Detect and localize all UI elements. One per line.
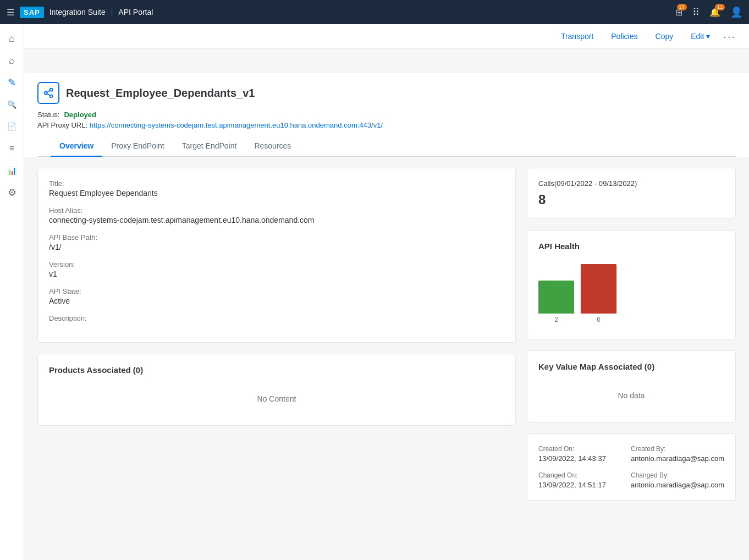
kvm-no-data: No data bbox=[538, 380, 724, 411]
grid-apps-button[interactable]: ⠿ bbox=[692, 6, 700, 18]
calls-date-range: Calls(09/01/2022 - 09/13/2022) bbox=[538, 179, 724, 188]
proxy-url-label: API Proxy URL: bbox=[37, 121, 87, 129]
action-bar: Transport Policies Copy Edit ▾ ··· bbox=[0, 24, 749, 49]
apps-button[interactable]: ⊞ 27 bbox=[675, 7, 682, 18]
status-label: Status: bbox=[37, 111, 59, 119]
proxy-url-link[interactable]: https://connecting-systems-codejam.test.… bbox=[90, 121, 383, 129]
calls-card: Calls(09/01/2022 - 09/13/2022) 8 bbox=[527, 168, 736, 219]
host-alias-label: Host Alias: bbox=[49, 206, 504, 215]
page-tabs: Overview Proxy EndPoint Target EndPoint … bbox=[37, 136, 736, 157]
policies-button[interactable]: Policies bbox=[607, 30, 642, 43]
svg-point-0 bbox=[50, 89, 53, 91]
user-profile-button[interactable]: 👤 bbox=[730, 6, 742, 18]
changed-on-label: Changed On: bbox=[538, 471, 622, 479]
metadata-card: Created On: 13/09/2022, 14:43:37 Created… bbox=[527, 433, 736, 501]
svg-point-2 bbox=[50, 95, 53, 97]
sidebar-item-settings[interactable]: ⚙ bbox=[2, 183, 22, 202]
hamburger-menu-button[interactable]: ☰ bbox=[7, 7, 14, 18]
kvm-card-title: Key Value Map Associated (0) bbox=[538, 362, 724, 371]
svg-line-3 bbox=[47, 94, 50, 95]
products-card-title: Products Associated (0) bbox=[49, 365, 504, 375]
kvm-card: Key Value Map Associated (0) No data bbox=[527, 350, 736, 422]
sidebar-item-search[interactable]: ⌕ bbox=[2, 51, 22, 70]
products-no-content: No Content bbox=[49, 383, 504, 414]
description-label: Description: bbox=[49, 314, 504, 322]
products-card: Products Associated (0) No Content bbox=[37, 354, 516, 426]
api-name-title: Request_Employee_Dependants_v1 bbox=[66, 87, 255, 100]
notifications-badge: 11 bbox=[715, 4, 725, 10]
tab-resources[interactable]: Resources bbox=[245, 136, 300, 157]
base-path-value: /v1/ bbox=[49, 243, 504, 251]
portal-title: API Portal bbox=[118, 8, 153, 17]
api-health-title: API Health bbox=[538, 241, 724, 251]
sap-logo: SAP bbox=[20, 7, 44, 18]
content-area: Title: Request Employee Dependants Host … bbox=[24, 157, 749, 560]
api-state-label: API State: bbox=[49, 287, 504, 295]
sidebar-item-chart[interactable]: 📊 bbox=[2, 161, 22, 180]
svg-line-4 bbox=[47, 90, 50, 92]
sidebar-item-home[interactable]: ⌂ bbox=[2, 29, 22, 48]
apps-badge: 27 bbox=[677, 4, 687, 10]
sidebar-item-magnify[interactable]: 🔍 bbox=[2, 95, 22, 114]
created-by-value: antonio.maradiaga@sap.com bbox=[631, 454, 724, 463]
overview-card: Title: Request Employee Dependants Host … bbox=[37, 168, 516, 343]
created-by-label: Created By: bbox=[631, 445, 724, 453]
top-navigation: ☰ SAP Integration Suite | API Portal ⊞ 2… bbox=[0, 0, 749, 24]
copy-button[interactable]: Copy bbox=[651, 30, 678, 43]
edit-button[interactable]: Edit ▾ bbox=[686, 30, 714, 43]
proxy-url-row: API Proxy URL: https://connecting-system… bbox=[37, 121, 736, 129]
svg-point-1 bbox=[45, 92, 47, 95]
edit-chevron-icon: ▾ bbox=[706, 32, 710, 41]
left-sidebar: ⌂ ⌕ ✎ 🔍 📄 ≡ 📊 ⚙ bbox=[0, 24, 24, 560]
created-on-label: Created On: bbox=[538, 445, 622, 453]
calls-count: 8 bbox=[538, 192, 724, 207]
version-label: Version: bbox=[49, 260, 504, 268]
base-path-label: API Base Path: bbox=[49, 233, 504, 241]
version-value: v1 bbox=[49, 270, 504, 278]
api-share-icon bbox=[37, 82, 59, 104]
title-label: Title: bbox=[49, 179, 504, 188]
tab-overview[interactable]: Overview bbox=[51, 136, 102, 157]
created-on-value: 13/09/2022, 14:43:37 bbox=[538, 454, 622, 463]
page-header: Request_Employee_Dependants_v1 Status: D… bbox=[24, 73, 749, 157]
tab-target-endpoint[interactable]: Target EndPoint bbox=[173, 136, 246, 157]
title-value: Request Employee Dependants bbox=[49, 189, 504, 197]
status-value: Deployed bbox=[64, 111, 96, 119]
sidebar-item-edit[interactable]: ✎ bbox=[2, 73, 22, 92]
health-chart: 2 6 bbox=[538, 260, 724, 328]
app-title: Integration Suite bbox=[49, 8, 106, 17]
sidebar-item-document[interactable]: 📄 bbox=[2, 117, 22, 136]
notifications-button[interactable]: 🔔 11 bbox=[709, 7, 720, 18]
api-state-value: Active bbox=[49, 297, 504, 305]
sidebar-item-list[interactable]: ≡ bbox=[2, 139, 22, 158]
api-health-card: API Health 2 6 bbox=[527, 230, 736, 339]
main-content: Request_Employee_Dependants_v1 Status: D… bbox=[24, 73, 749, 560]
changed-on-value: 13/09/2022, 14:51:17 bbox=[538, 481, 622, 489]
changed-by-value: antonio.maradiaga@sap.com bbox=[631, 481, 724, 489]
more-options-button[interactable]: ··· bbox=[723, 30, 736, 43]
bar-label-6: 6 bbox=[597, 316, 601, 323]
transport-button[interactable]: Transport bbox=[557, 30, 598, 43]
bar-label-2: 2 bbox=[554, 316, 558, 323]
host-alias-value: connecting-systems-codejam.test.apimanag… bbox=[49, 216, 504, 224]
tab-proxy-endpoint[interactable]: Proxy EndPoint bbox=[102, 136, 173, 157]
changed-by-label: Changed By: bbox=[631, 471, 724, 479]
